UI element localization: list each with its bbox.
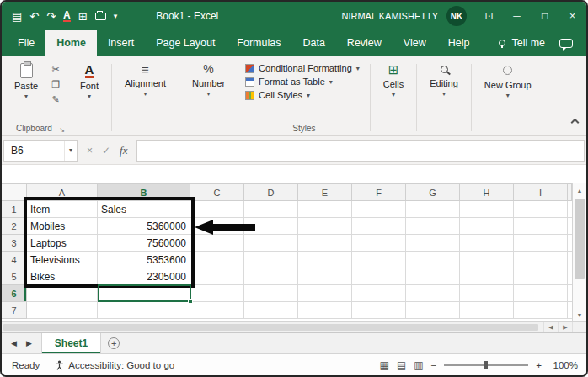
comments-button[interactable] [559, 30, 573, 56]
tab-insert[interactable]: Insert [97, 30, 145, 56]
cell-C3[interactable] [190, 235, 244, 252]
cell-H4[interactable] [460, 252, 514, 268]
cell-H1[interactable] [460, 201, 514, 218]
tab-help[interactable]: Help [437, 30, 481, 56]
format-as-table-button[interactable]: Format as Table ▾ [245, 75, 333, 88]
cell-F7[interactable] [352, 302, 406, 319]
cell-A4[interactable]: Televisions [27, 252, 98, 268]
cell-E7[interactable] [298, 302, 352, 319]
fill-handle[interactable] [188, 299, 193, 304]
cell-H2[interactable] [460, 218, 514, 235]
maximize-icon[interactable]: □ [531, 2, 559, 30]
cell-D1[interactable] [244, 201, 298, 218]
dialog-launcher-icon[interactable]: ↘ [59, 126, 65, 134]
cell-D2[interactable] [244, 218, 298, 235]
scroll-left-icon[interactable]: ◀ [543, 322, 558, 332]
cell-C7[interactable] [190, 302, 244, 319]
row-header-4[interactable]: 4 [2, 252, 27, 268]
zoom-slider-thumb[interactable] [484, 361, 488, 369]
cell-F2[interactable] [352, 218, 406, 235]
row-header-1[interactable]: 1 [2, 201, 27, 218]
column-header-C[interactable]: C [190, 184, 244, 201]
undo-icon[interactable]: ↶ [29, 10, 39, 23]
cell-A5[interactable]: Bikes [27, 268, 98, 285]
tab-file[interactable]: File [7, 30, 45, 56]
page-break-view-button[interactable]: ▥ [414, 359, 423, 371]
cell-F4[interactable] [352, 252, 406, 268]
copy-button[interactable]: ❐ [51, 79, 60, 90]
cell-I3[interactable] [514, 235, 568, 252]
cut-button[interactable]: ✂ [51, 64, 59, 75]
cell-I1[interactable] [514, 201, 568, 218]
tab-review[interactable]: Review [336, 30, 393, 56]
cell-F5[interactable] [352, 268, 406, 285]
horizontal-scrollbar[interactable]: ◀ ▶ [2, 321, 586, 332]
cell-C5[interactable] [190, 268, 244, 285]
paste-button[interactable]: Paste ▾ [8, 61, 44, 101]
horizontal-scroll-thumb[interactable] [3, 324, 538, 331]
format-painter-button[interactable]: ✎ [51, 94, 59, 105]
cell-A3[interactable]: Laptops [27, 235, 98, 252]
next-sheet-icon[interactable]: ▶ [26, 339, 32, 348]
underline-icon[interactable]: A [63, 10, 71, 22]
column-header-A[interactable]: A [27, 184, 98, 201]
cell-A7[interactable] [27, 302, 98, 319]
font-button[interactable]: A Font ▾ [74, 61, 104, 101]
cell-G2[interactable] [406, 218, 460, 235]
cell-E5[interactable] [298, 268, 352, 285]
cancel-icon[interactable]: × [87, 145, 93, 157]
tab-home[interactable]: Home [45, 30, 97, 56]
cell-D4[interactable] [244, 252, 298, 268]
cell-styles-button[interactable]: Cell Styles ▾ [245, 88, 310, 102]
cell-I4[interactable] [514, 252, 568, 268]
cell-B7[interactable] [98, 302, 190, 319]
sheet-tab-sheet1[interactable]: Sheet1 [41, 333, 101, 353]
cell-I5[interactable] [514, 268, 568, 285]
formula-input[interactable] [136, 140, 585, 162]
avatar[interactable]: NK [446, 6, 467, 26]
redo-icon[interactable]: ↷ [46, 10, 56, 23]
collapse-ribbon-button[interactable] [572, 114, 578, 129]
column-header-I[interactable]: I [514, 184, 568, 201]
cell-H5[interactable] [460, 268, 514, 285]
cell-C4[interactable] [190, 252, 244, 268]
accessibility-status[interactable]: Accessibility: Good to go [55, 360, 174, 370]
zoom-in-button[interactable]: + [536, 360, 542, 370]
column-header-B[interactable]: B [98, 184, 190, 201]
chevron-down-icon[interactable]: ▾ [64, 141, 77, 161]
scroll-down-icon[interactable]: ▼ [573, 308, 586, 321]
scroll-right-icon[interactable]: ▶ [558, 322, 572, 332]
ribbon-display-options-icon[interactable]: ⊡ [475, 2, 503, 30]
cell-E2[interactable] [298, 218, 352, 235]
cell-G4[interactable] [406, 252, 460, 268]
row-header-5[interactable]: 5 [2, 268, 27, 285]
cell-E1[interactable] [298, 201, 352, 218]
previous-sheet-icon[interactable]: ◀ [11, 339, 17, 348]
page-layout-view-button[interactable]: ▤ [397, 359, 406, 371]
cell-B3[interactable]: 7560000 [98, 235, 190, 252]
number-button[interactable]: % Number ▾ [186, 61, 231, 98]
vertical-scroll-thumb[interactable] [575, 199, 585, 279]
cell-C6[interactable] [190, 285, 244, 302]
cell-C1[interactable] [190, 201, 244, 218]
new-group-button[interactable]: New Group ▾ [478, 61, 537, 100]
cell-E3[interactable] [298, 235, 352, 252]
name-box[interactable]: B6 ▾ [3, 140, 78, 162]
cell-F3[interactable] [352, 235, 406, 252]
cell-D3[interactable] [244, 235, 298, 252]
cell-H6[interactable] [460, 285, 514, 302]
cell-G7[interactable] [406, 302, 460, 319]
cell-C2[interactable] [190, 218, 244, 235]
close-icon[interactable]: × [559, 2, 586, 30]
tell-me-box[interactable]: Tell me [489, 30, 555, 56]
select-all-corner[interactable] [2, 184, 27, 201]
cell-G3[interactable] [406, 235, 460, 252]
alignment-button[interactable]: ≡ Alignment ▾ [119, 61, 172, 98]
zoom-out-button[interactable]: − [431, 360, 437, 370]
column-header-H[interactable]: H [460, 184, 514, 201]
cell-D5[interactable] [244, 268, 298, 285]
editing-button[interactable]: Editing ▾ [424, 61, 464, 98]
vertical-scrollbar[interactable]: ▲ ▼ [572, 183, 586, 321]
cell-G6[interactable] [406, 285, 460, 302]
cell-D6[interactable] [244, 285, 298, 302]
